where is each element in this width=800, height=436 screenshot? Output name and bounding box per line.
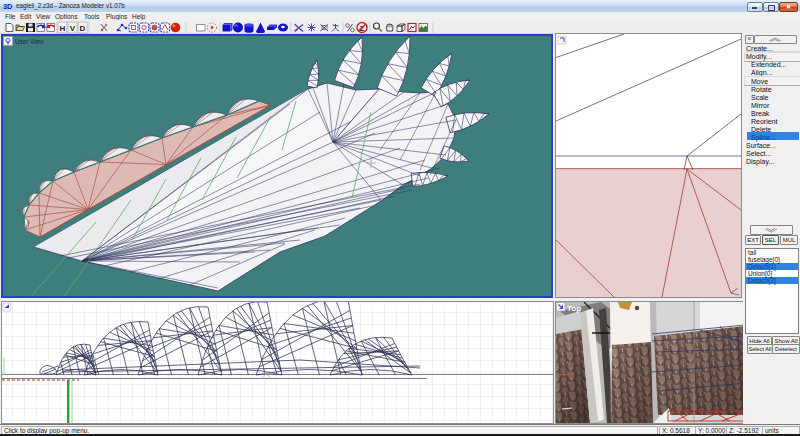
svg-text:H: H	[60, 24, 66, 33]
svg-text:V: V	[70, 24, 76, 33]
svg-text:Top: Top	[567, 304, 581, 313]
svg-text:3D: 3D	[3, 2, 13, 10]
svg-text:D: D	[80, 24, 86, 33]
svg-text:User View: User View	[15, 38, 44, 45]
